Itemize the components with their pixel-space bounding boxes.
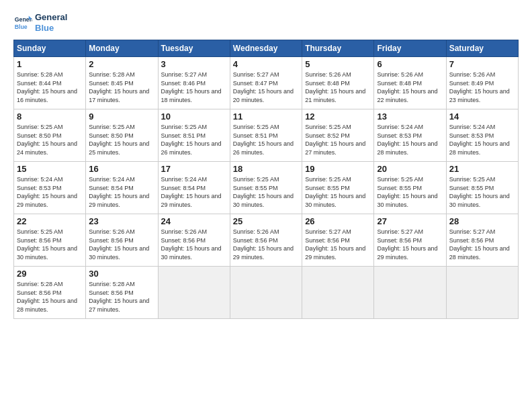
day-cell-16: 16 Sunrise: 5:24 AM Sunset: 8:54 PM Dayl…: [86, 162, 158, 214]
col-sunday: Sunday: [14, 40, 86, 57]
day-number: 28: [449, 216, 515, 226]
col-wednesday: Wednesday: [230, 40, 302, 57]
week-row-3: 15 Sunrise: 5:24 AM Sunset: 8:53 PM Dayl…: [14, 162, 519, 214]
calendar-page: General Blue General Blue Sunday Monday …: [0, 0, 532, 411]
day-number: 3: [161, 59, 227, 69]
day-info: Sunrise: 5:25 AM Sunset: 8:50 PM Dayligh…: [17, 123, 83, 156]
day-cell-17: 17 Sunrise: 5:24 AM Sunset: 8:54 PM Dayl…: [158, 162, 230, 214]
week-row-5: 29 Sunrise: 5:28 AM Sunset: 8:56 PM Dayl…: [14, 267, 519, 319]
day-number: 17: [161, 164, 227, 174]
logo: General Blue General Blue: [13, 12, 67, 33]
day-info: Sunrise: 5:27 AM Sunset: 8:47 PM Dayligh…: [233, 71, 299, 104]
header: General Blue General Blue: [13, 12, 519, 33]
day-info: Sunrise: 5:26 AM Sunset: 8:48 PM Dayligh…: [305, 71, 371, 104]
day-number: 23: [89, 216, 154, 226]
day-info: Sunrise: 5:28 AM Sunset: 8:45 PM Dayligh…: [89, 71, 154, 104]
day-info: Sunrise: 5:25 AM Sunset: 8:51 PM Dayligh…: [233, 123, 299, 156]
day-info: Sunrise: 5:28 AM Sunset: 8:56 PM Dayligh…: [89, 280, 154, 314]
empty-cell: [374, 267, 446, 319]
day-cell-8: 8 Sunrise: 5:25 AM Sunset: 8:50 PM Dayli…: [14, 109, 86, 162]
day-info: Sunrise: 5:28 AM Sunset: 8:44 PM Dayligh…: [17, 71, 83, 104]
week-row-1: 1 Sunrise: 5:28 AM Sunset: 8:44 PM Dayli…: [14, 57, 519, 109]
day-info: Sunrise: 5:27 AM Sunset: 8:46 PM Dayligh…: [161, 71, 227, 104]
day-number: 26: [305, 216, 371, 226]
day-info: Sunrise: 5:27 AM Sunset: 8:56 PM Dayligh…: [377, 228, 443, 261]
day-number: 5: [305, 59, 371, 69]
day-info: Sunrise: 5:26 AM Sunset: 8:56 PM Dayligh…: [161, 228, 227, 261]
day-number: 1: [17, 59, 83, 69]
day-number: 29: [17, 269, 83, 279]
day-number: 4: [233, 59, 299, 69]
day-number: 21: [449, 164, 515, 174]
day-info: Sunrise: 5:25 AM Sunset: 8:55 PM Dayligh…: [305, 175, 371, 209]
day-cell-22: 22 Sunrise: 5:25 AM Sunset: 8:56 PM Dayl…: [14, 214, 86, 267]
day-cell-4: 4 Sunrise: 5:27 AM Sunset: 8:47 PM Dayli…: [230, 57, 302, 109]
day-info: Sunrise: 5:25 AM Sunset: 8:51 PM Dayligh…: [161, 123, 227, 156]
day-number: 19: [305, 164, 371, 174]
day-cell-14: 14 Sunrise: 5:24 AM Sunset: 8:53 PM Dayl…: [446, 109, 518, 162]
day-cell-1: 1 Sunrise: 5:28 AM Sunset: 8:44 PM Dayli…: [14, 57, 86, 109]
col-thursday: Thursday: [302, 40, 374, 57]
day-info: Sunrise: 5:26 AM Sunset: 8:56 PM Dayligh…: [89, 228, 154, 261]
day-cell-25: 25 Sunrise: 5:26 AM Sunset: 8:56 PM Dayl…: [230, 214, 302, 267]
day-info: Sunrise: 5:25 AM Sunset: 8:50 PM Dayligh…: [89, 123, 154, 156]
day-cell-19: 19 Sunrise: 5:25 AM Sunset: 8:55 PM Dayl…: [302, 162, 374, 214]
day-number: 22: [17, 216, 83, 226]
empty-cell: [158, 267, 230, 319]
day-cell-28: 28 Sunrise: 5:27 AM Sunset: 8:56 PM Dayl…: [446, 214, 518, 267]
week-row-4: 22 Sunrise: 5:25 AM Sunset: 8:56 PM Dayl…: [14, 214, 519, 267]
day-info: Sunrise: 5:25 AM Sunset: 8:55 PM Dayligh…: [377, 175, 443, 209]
empty-cell: [230, 267, 302, 319]
day-cell-23: 23 Sunrise: 5:26 AM Sunset: 8:56 PM Dayl…: [86, 214, 158, 267]
day-cell-29: 29 Sunrise: 5:28 AM Sunset: 8:56 PM Dayl…: [14, 267, 86, 319]
col-tuesday: Tuesday: [158, 40, 230, 57]
day-cell-30: 30 Sunrise: 5:28 AM Sunset: 8:56 PM Dayl…: [86, 267, 158, 319]
day-cell-11: 11 Sunrise: 5:25 AM Sunset: 8:51 PM Dayl…: [230, 109, 302, 162]
day-number: 2: [89, 59, 154, 69]
day-info: Sunrise: 5:26 AM Sunset: 8:56 PM Dayligh…: [233, 228, 299, 261]
col-monday: Monday: [86, 40, 158, 57]
day-number: 12: [305, 111, 371, 122]
day-cell-12: 12 Sunrise: 5:25 AM Sunset: 8:52 PM Dayl…: [302, 109, 374, 162]
day-number: 11: [233, 111, 299, 122]
day-number: 14: [449, 111, 515, 122]
day-number: 30: [89, 269, 154, 279]
day-cell-13: 13 Sunrise: 5:24 AM Sunset: 8:53 PM Dayl…: [374, 109, 446, 162]
empty-cell: [446, 267, 518, 319]
day-number: 7: [449, 59, 515, 69]
day-info: Sunrise: 5:25 AM Sunset: 8:52 PM Dayligh…: [305, 123, 371, 156]
calendar-table: Sunday Monday Tuesday Wednesday Thursday…: [13, 40, 519, 319]
day-number: 8: [17, 111, 83, 122]
day-cell-15: 15 Sunrise: 5:24 AM Sunset: 8:53 PM Dayl…: [14, 162, 86, 214]
day-cell-3: 3 Sunrise: 5:27 AM Sunset: 8:46 PM Dayli…: [158, 57, 230, 109]
day-number: 9: [89, 111, 154, 122]
weekday-header-row: Sunday Monday Tuesday Wednesday Thursday…: [14, 40, 519, 57]
empty-cell: [302, 267, 374, 319]
svg-text:Blue: Blue: [15, 23, 28, 30]
day-cell-27: 27 Sunrise: 5:27 AM Sunset: 8:56 PM Dayl…: [374, 214, 446, 267]
logo-text: General Blue: [35, 12, 67, 33]
col-saturday: Saturday: [446, 40, 518, 57]
day-number: 6: [377, 59, 443, 69]
day-number: 13: [377, 111, 443, 122]
day-info: Sunrise: 5:25 AM Sunset: 8:56 PM Dayligh…: [17, 228, 83, 261]
day-number: 16: [89, 164, 154, 174]
day-number: 15: [17, 164, 83, 174]
day-cell-20: 20 Sunrise: 5:25 AM Sunset: 8:55 PM Dayl…: [374, 162, 446, 214]
day-info: Sunrise: 5:26 AM Sunset: 8:49 PM Dayligh…: [449, 71, 515, 104]
day-cell-9: 9 Sunrise: 5:25 AM Sunset: 8:50 PM Dayli…: [86, 109, 158, 162]
day-number: 10: [161, 111, 227, 122]
day-info: Sunrise: 5:25 AM Sunset: 8:55 PM Dayligh…: [449, 175, 515, 209]
day-info: Sunrise: 5:24 AM Sunset: 8:53 PM Dayligh…: [449, 123, 515, 156]
day-cell-6: 6 Sunrise: 5:26 AM Sunset: 8:48 PM Dayli…: [374, 57, 446, 109]
day-cell-2: 2 Sunrise: 5:28 AM Sunset: 8:45 PM Dayli…: [86, 57, 158, 109]
day-cell-26: 26 Sunrise: 5:27 AM Sunset: 8:56 PM Dayl…: [302, 214, 374, 267]
day-number: 18: [233, 164, 299, 174]
day-number: 20: [377, 164, 443, 174]
day-info: Sunrise: 5:24 AM Sunset: 8:54 PM Dayligh…: [161, 175, 227, 209]
day-info: Sunrise: 5:24 AM Sunset: 8:53 PM Dayligh…: [17, 175, 83, 209]
day-cell-24: 24 Sunrise: 5:26 AM Sunset: 8:56 PM Dayl…: [158, 214, 230, 267]
day-info: Sunrise: 5:24 AM Sunset: 8:53 PM Dayligh…: [377, 123, 443, 156]
day-number: 24: [161, 216, 227, 226]
day-info: Sunrise: 5:24 AM Sunset: 8:54 PM Dayligh…: [89, 175, 154, 209]
